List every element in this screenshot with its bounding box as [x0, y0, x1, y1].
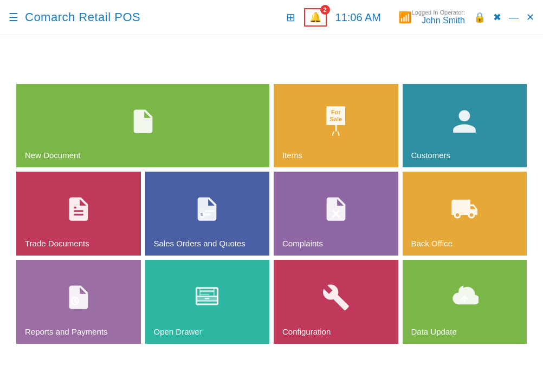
person-icon — [450, 107, 479, 135]
close-icon[interactable]: ✕ — [526, 11, 534, 23]
operator-name: John Smith — [422, 16, 465, 25]
tile-configuration[interactable]: Configuration — [274, 260, 398, 344]
truck-icon — [450, 195, 479, 224]
minimize-icon[interactable]: — — [509, 12, 519, 23]
grid-icon[interactable]: ⊞ — [286, 11, 295, 24]
app-title: Comarch Retail POS — [25, 10, 140, 24]
wrench-icon — [322, 283, 350, 311]
tile-data-update-label: Data Update — [411, 327, 457, 336]
svg-rect-9 — [205, 298, 210, 299]
svg-rect-12 — [200, 290, 214, 292]
document-icon — [129, 107, 157, 135]
tile-back-office-label: Back Office — [411, 239, 452, 248]
header-right: Logged In Operator: John Smith 🔒 ✖ — ✕ — [412, 9, 534, 25]
tile-customers-label: Customers — [411, 151, 451, 160]
tile-grid: New Document ForSale Items — [16, 84, 527, 344]
operator-label: Logged In Operator: — [412, 9, 465, 16]
tile-configuration-label: Configuration — [282, 327, 331, 336]
tile-trade-documents-label: Trade Documents — [25, 239, 89, 248]
tile-complaints-label: Complaints — [282, 239, 323, 248]
reports-icon — [64, 283, 93, 311]
svg-rect-13 — [200, 294, 209, 295]
wifi-icon: 📶 — [398, 11, 412, 24]
time-display: 11:06 AM — [335, 11, 390, 24]
lock-icon[interactable]: 🔒 — [474, 11, 486, 23]
tile-customers[interactable]: Customers — [403, 84, 527, 168]
tile-trade-documents[interactable]: Trade Documents — [16, 172, 141, 256]
complaints-icon — [322, 195, 350, 224]
for-sale-icon: ForSale — [326, 106, 345, 135]
settings-icon[interactable]: ✖ — [493, 11, 501, 23]
bell-icon: 🔔 — [309, 11, 321, 23]
menu-icon[interactable]: ☰ — [9, 11, 18, 24]
tile-data-update[interactable]: Data Update — [403, 260, 527, 344]
tile-new-document-label: New Document — [25, 151, 81, 160]
notification-badge: 2 — [320, 5, 330, 15]
tile-items-label: Items — [282, 151, 302, 160]
tile-sales-orders[interactable]: $ Sales Orders and Quotes — [145, 172, 270, 256]
tile-reports-label: Reports and Payments — [25, 327, 108, 336]
svg-rect-1 — [205, 214, 211, 215]
tile-items[interactable]: ForSale Items — [274, 84, 398, 168]
tile-complaints[interactable]: Complaints — [274, 172, 398, 256]
app-header: ☰ Comarch Retail POS ⊞ 🔔 2 11:06 AM 📶 Lo… — [0, 0, 543, 35]
trade-doc-icon — [64, 195, 93, 224]
drawer-icon — [193, 283, 221, 311]
tile-back-office[interactable]: Back Office — [403, 172, 527, 256]
sales-order-icon: $ — [193, 195, 221, 224]
notification-button[interactable]: 🔔 2 — [304, 8, 327, 27]
main-content: New Document ForSale Items — [0, 35, 543, 392]
tile-reports[interactable]: Reports and Payments — [16, 260, 141, 344]
tile-new-document[interactable]: New Document — [16, 84, 269, 168]
cloud-icon — [450, 283, 479, 311]
header-actions: 🔒 ✖ — ✕ — [474, 11, 534, 23]
header-center: ⊞ 🔔 2 11:06 AM 📶 — [286, 8, 412, 27]
svg-rect-0 — [205, 211, 214, 212]
tile-open-drawer-label: Open Drawer — [154, 327, 202, 336]
header-left: ☰ Comarch Retail POS — [9, 10, 286, 24]
operator-info: Logged In Operator: John Smith — [412, 9, 465, 25]
tile-sales-orders-label: Sales Orders and Quotes — [154, 239, 245, 248]
tile-open-drawer[interactable]: Open Drawer — [145, 260, 270, 344]
